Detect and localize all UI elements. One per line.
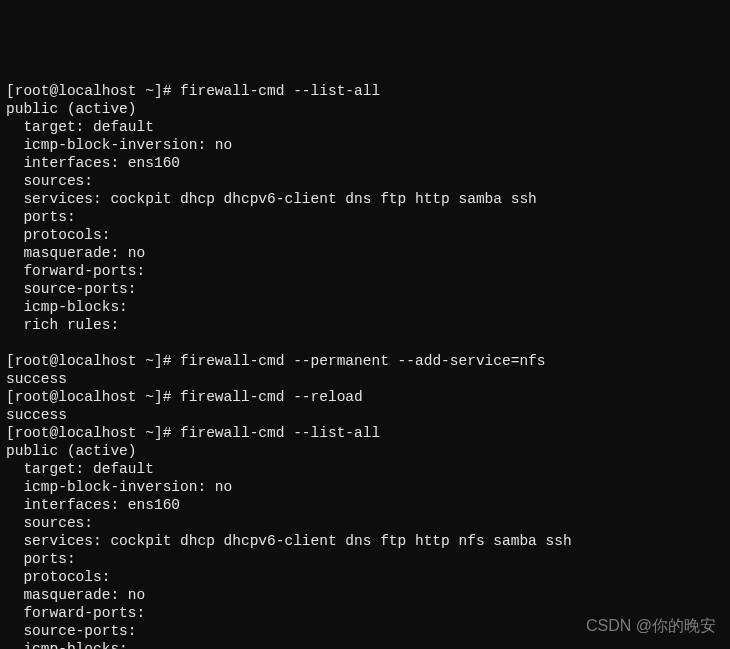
terminal-line: icmp-blocks: — [6, 640, 724, 649]
prompt-cwd: ~ — [145, 83, 154, 99]
output-text: services: cockpit dhcp dhcpv6-client dns… — [6, 191, 537, 207]
terminal-line: public (active) — [6, 100, 724, 118]
output-text: masquerade: no — [6, 245, 145, 261]
terminal-line: target: default — [6, 118, 724, 136]
terminal-line: success — [6, 406, 724, 424]
output-text: sources: — [6, 173, 93, 189]
output-text: success — [6, 407, 67, 423]
prompt-cwd: ~ — [145, 425, 154, 441]
terminal-line: icmp-block-inversion: no — [6, 136, 724, 154]
prompt-open-bracket: [ — [6, 353, 15, 369]
prompt-space — [137, 83, 146, 99]
output-text: icmp-blocks: — [6, 641, 128, 649]
terminal-line: [root@localhost ~]# firewall-cmd --reloa… — [6, 388, 724, 406]
terminal-line: interfaces: ens160 — [6, 496, 724, 514]
prompt-user-host: root@localhost — [15, 389, 137, 405]
output-text: public (active) — [6, 101, 137, 117]
prompt-open-bracket: [ — [6, 83, 15, 99]
command-text: firewall-cmd --list-all — [180, 425, 380, 441]
command-text: firewall-cmd --reload — [180, 389, 363, 405]
prompt-close-bracket: ]# — [154, 389, 171, 405]
prompt-trail — [171, 83, 180, 99]
prompt-space — [137, 389, 146, 405]
terminal-line: [root@localhost ~]# firewall-cmd --list-… — [6, 82, 724, 100]
prompt-space — [137, 353, 146, 369]
output-text: sources: — [6, 515, 93, 531]
terminal-output: [root@localhost ~]# firewall-cmd --list-… — [6, 82, 724, 649]
prompt-trail — [171, 425, 180, 441]
command-text: firewall-cmd --permanent --add-service=n… — [180, 353, 545, 369]
terminal-line: target: default — [6, 460, 724, 478]
output-text: target: default — [6, 461, 154, 477]
output-text: protocols: — [6, 227, 110, 243]
terminal-line: services: cockpit dhcp dhcpv6-client dns… — [6, 532, 724, 550]
output-text: success — [6, 371, 67, 387]
terminal-line: public (active) — [6, 442, 724, 460]
output-text: forward-ports: — [6, 605, 145, 621]
output-text: masquerade: no — [6, 587, 145, 603]
prompt-open-bracket: [ — [6, 425, 15, 441]
output-text: icmp-block-inversion: no — [6, 479, 232, 495]
terminal-line: protocols: — [6, 226, 724, 244]
output-text: target: default — [6, 119, 154, 135]
command-text: firewall-cmd --list-all — [180, 83, 380, 99]
terminal-line: [root@localhost ~]# firewall-cmd --list-… — [6, 424, 724, 442]
prompt-trail — [171, 389, 180, 405]
prompt-cwd: ~ — [145, 389, 154, 405]
prompt-space — [137, 425, 146, 441]
prompt-trail — [171, 353, 180, 369]
watermark: CSDN @你的晚安 — [586, 617, 716, 635]
terminal-line: masquerade: no — [6, 586, 724, 604]
terminal-line: icmp-blocks: — [6, 298, 724, 316]
output-text: icmp-blocks: — [6, 299, 128, 315]
terminal-line: ports: — [6, 550, 724, 568]
terminal-line: masquerade: no — [6, 244, 724, 262]
terminal-line — [6, 334, 724, 352]
output-text: interfaces: ens160 — [6, 497, 180, 513]
terminal-line: source-ports: — [6, 280, 724, 298]
terminal-line: sources: — [6, 514, 724, 532]
prompt-user-host: root@localhost — [15, 425, 137, 441]
prompt-user-host: root@localhost — [15, 353, 137, 369]
prompt-user-host: root@localhost — [15, 83, 137, 99]
prompt-cwd: ~ — [145, 353, 154, 369]
output-text: public (active) — [6, 443, 137, 459]
terminal-line: [root@localhost ~]# firewall-cmd --perma… — [6, 352, 724, 370]
terminal-line: forward-ports: — [6, 262, 724, 280]
terminal-line: rich rules: — [6, 316, 724, 334]
terminal-line: protocols: — [6, 568, 724, 586]
output-text: source-ports: — [6, 281, 137, 297]
terminal-line: ports: — [6, 208, 724, 226]
output-text: interfaces: ens160 — [6, 155, 180, 171]
terminal-line: services: cockpit dhcp dhcpv6-client dns… — [6, 190, 724, 208]
output-text: services: cockpit dhcp dhcpv6-client dns… — [6, 533, 572, 549]
prompt-close-bracket: ]# — [154, 83, 171, 99]
terminal-line: interfaces: ens160 — [6, 154, 724, 172]
terminal-line: sources: — [6, 172, 724, 190]
prompt-open-bracket: [ — [6, 389, 15, 405]
output-text: source-ports: — [6, 623, 137, 639]
output-text: protocols: — [6, 569, 110, 585]
prompt-close-bracket: ]# — [154, 425, 171, 441]
output-text: forward-ports: — [6, 263, 145, 279]
output-text: ports: — [6, 209, 76, 225]
terminal-line: icmp-block-inversion: no — [6, 478, 724, 496]
prompt-close-bracket: ]# — [154, 353, 171, 369]
output-text: icmp-block-inversion: no — [6, 137, 232, 153]
terminal-line: success — [6, 370, 724, 388]
output-text: rich rules: — [6, 317, 119, 333]
output-text: ports: — [6, 551, 76, 567]
